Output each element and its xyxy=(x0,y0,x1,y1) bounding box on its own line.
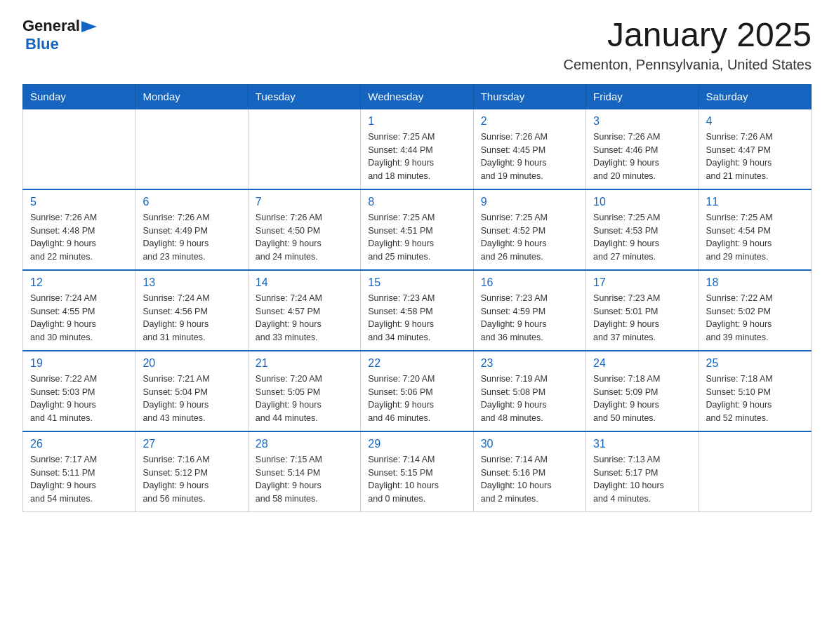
day-info: Sunrise: 7:18 AM Sunset: 5:09 PM Dayligh… xyxy=(593,373,691,425)
logo: General Blue xyxy=(22,17,97,53)
calendar-cell: 9Sunrise: 7:25 AM Sunset: 4:52 PM Daylig… xyxy=(473,189,585,270)
calendar-header-sunday: Sunday xyxy=(23,84,135,109)
day-number: 18 xyxy=(706,276,804,289)
calendar-header-monday: Monday xyxy=(135,84,248,109)
calendar-cell: 29Sunrise: 7:14 AM Sunset: 5:15 PM Dayli… xyxy=(361,431,473,512)
calendar-cell: 14Sunrise: 7:24 AM Sunset: 4:57 PM Dayli… xyxy=(248,270,360,351)
day-info: Sunrise: 7:26 AM Sunset: 4:47 PM Dayligh… xyxy=(706,130,804,183)
week-row-5: 26Sunrise: 7:17 AM Sunset: 5:11 PM Dayli… xyxy=(23,431,812,512)
week-row-3: 12Sunrise: 7:24 AM Sunset: 4:55 PM Dayli… xyxy=(23,270,812,351)
day-number: 4 xyxy=(706,115,804,128)
calendar-cell: 2Sunrise: 7:26 AM Sunset: 4:45 PM Daylig… xyxy=(473,109,585,189)
calendar-cell: 13Sunrise: 7:24 AM Sunset: 4:56 PM Dayli… xyxy=(135,270,248,351)
day-number: 17 xyxy=(593,276,691,289)
calendar-cell: 5Sunrise: 7:26 AM Sunset: 4:48 PM Daylig… xyxy=(23,189,135,270)
day-info: Sunrise: 7:25 AM Sunset: 4:53 PM Dayligh… xyxy=(593,211,691,264)
week-row-2: 5Sunrise: 7:26 AM Sunset: 4:48 PM Daylig… xyxy=(23,189,812,270)
day-info: Sunrise: 7:25 AM Sunset: 4:54 PM Dayligh… xyxy=(706,211,804,264)
page-header: General Blue January 2025 Cementon, Penn… xyxy=(22,17,812,73)
day-info: Sunrise: 7:26 AM Sunset: 4:46 PM Dayligh… xyxy=(593,130,691,183)
calendar-cell: 21Sunrise: 7:20 AM Sunset: 5:05 PM Dayli… xyxy=(248,351,360,431)
day-info: Sunrise: 7:26 AM Sunset: 4:49 PM Dayligh… xyxy=(143,211,240,264)
day-info: Sunrise: 7:17 AM Sunset: 5:11 PM Dayligh… xyxy=(30,453,128,506)
calendar-header-wednesday: Wednesday xyxy=(361,84,473,109)
day-number: 26 xyxy=(30,438,128,450)
calendar-header-tuesday: Tuesday xyxy=(248,84,360,109)
calendar-cell: 20Sunrise: 7:21 AM Sunset: 5:04 PM Dayli… xyxy=(135,351,248,431)
day-info: Sunrise: 7:18 AM Sunset: 5:10 PM Dayligh… xyxy=(706,373,804,425)
day-number: 25 xyxy=(706,357,804,370)
day-number: 11 xyxy=(706,196,804,208)
day-number: 2 xyxy=(481,115,578,128)
day-number: 27 xyxy=(143,438,240,450)
calendar-header-friday: Friday xyxy=(586,84,699,109)
day-number: 29 xyxy=(368,438,465,450)
day-number: 16 xyxy=(481,276,578,289)
day-number: 1 xyxy=(368,115,465,128)
calendar-header-thursday: Thursday xyxy=(473,84,585,109)
day-number: 15 xyxy=(368,276,465,289)
day-info: Sunrise: 7:24 AM Sunset: 4:56 PM Dayligh… xyxy=(143,292,240,344)
day-number: 7 xyxy=(256,196,353,208)
calendar-header-row: SundayMondayTuesdayWednesdayThursdayFrid… xyxy=(23,84,812,109)
calendar-cell: 15Sunrise: 7:23 AM Sunset: 4:58 PM Dayli… xyxy=(361,270,473,351)
calendar-cell: 23Sunrise: 7:19 AM Sunset: 5:08 PM Dayli… xyxy=(473,351,585,431)
calendar-cell: 8Sunrise: 7:25 AM Sunset: 4:51 PM Daylig… xyxy=(361,189,473,270)
day-info: Sunrise: 7:23 AM Sunset: 4:59 PM Dayligh… xyxy=(481,292,578,344)
calendar-cell: 4Sunrise: 7:26 AM Sunset: 4:47 PM Daylig… xyxy=(699,109,811,189)
calendar-cell: 26Sunrise: 7:17 AM Sunset: 5:11 PM Dayli… xyxy=(23,431,135,512)
day-info: Sunrise: 7:22 AM Sunset: 5:02 PM Dayligh… xyxy=(706,292,804,344)
day-info: Sunrise: 7:16 AM Sunset: 5:12 PM Dayligh… xyxy=(143,453,240,506)
svg-marker-0 xyxy=(81,21,97,32)
day-info: Sunrise: 7:26 AM Sunset: 4:48 PM Dayligh… xyxy=(30,211,128,264)
day-number: 5 xyxy=(30,196,128,208)
day-number: 19 xyxy=(30,357,128,370)
calendar-cell xyxy=(135,109,248,189)
day-info: Sunrise: 7:14 AM Sunset: 5:16 PM Dayligh… xyxy=(481,453,578,506)
logo-general-text: General xyxy=(22,17,80,35)
day-number: 22 xyxy=(368,357,465,370)
day-number: 3 xyxy=(593,115,691,128)
day-number: 14 xyxy=(256,276,353,289)
day-info: Sunrise: 7:25 AM Sunset: 4:51 PM Dayligh… xyxy=(368,211,465,264)
calendar-cell: 16Sunrise: 7:23 AM Sunset: 4:59 PM Dayli… xyxy=(473,270,585,351)
day-info: Sunrise: 7:14 AM Sunset: 5:15 PM Dayligh… xyxy=(368,453,465,506)
day-info: Sunrise: 7:25 AM Sunset: 4:44 PM Dayligh… xyxy=(368,130,465,183)
day-info: Sunrise: 7:19 AM Sunset: 5:08 PM Dayligh… xyxy=(481,373,578,425)
calendar-cell: 30Sunrise: 7:14 AM Sunset: 5:16 PM Dayli… xyxy=(473,431,585,512)
day-info: Sunrise: 7:20 AM Sunset: 5:06 PM Dayligh… xyxy=(368,373,465,425)
day-number: 28 xyxy=(256,438,353,450)
logo-flag-icon xyxy=(81,21,97,35)
day-number: 21 xyxy=(256,357,353,370)
day-info: Sunrise: 7:15 AM Sunset: 5:14 PM Dayligh… xyxy=(256,453,353,506)
calendar-cell xyxy=(248,109,360,189)
day-number: 9 xyxy=(481,196,578,208)
calendar-cell xyxy=(23,109,135,189)
day-info: Sunrise: 7:21 AM Sunset: 5:04 PM Dayligh… xyxy=(143,373,240,425)
day-number: 13 xyxy=(143,276,240,289)
calendar-cell: 12Sunrise: 7:24 AM Sunset: 4:55 PM Dayli… xyxy=(23,270,135,351)
day-info: Sunrise: 7:20 AM Sunset: 5:05 PM Dayligh… xyxy=(256,373,353,425)
location-title: Cementon, Pennsylvania, United States xyxy=(563,57,812,73)
calendar-cell: 6Sunrise: 7:26 AM Sunset: 4:49 PM Daylig… xyxy=(135,189,248,270)
calendar-cell: 19Sunrise: 7:22 AM Sunset: 5:03 PM Dayli… xyxy=(23,351,135,431)
day-number: 8 xyxy=(368,196,465,208)
day-number: 23 xyxy=(481,357,578,370)
day-info: Sunrise: 7:26 AM Sunset: 4:45 PM Dayligh… xyxy=(481,130,578,183)
calendar-cell: 3Sunrise: 7:26 AM Sunset: 4:46 PM Daylig… xyxy=(586,109,699,189)
day-info: Sunrise: 7:24 AM Sunset: 4:57 PM Dayligh… xyxy=(256,292,353,344)
day-number: 24 xyxy=(593,357,691,370)
calendar-cell: 25Sunrise: 7:18 AM Sunset: 5:10 PM Dayli… xyxy=(699,351,811,431)
day-info: Sunrise: 7:23 AM Sunset: 4:58 PM Dayligh… xyxy=(368,292,465,344)
day-info: Sunrise: 7:22 AM Sunset: 5:03 PM Dayligh… xyxy=(30,373,128,425)
calendar-cell: 17Sunrise: 7:23 AM Sunset: 5:01 PM Dayli… xyxy=(586,270,699,351)
day-number: 30 xyxy=(481,438,578,450)
day-number: 10 xyxy=(593,196,691,208)
week-row-4: 19Sunrise: 7:22 AM Sunset: 5:03 PM Dayli… xyxy=(23,351,812,431)
calendar-cell: 7Sunrise: 7:26 AM Sunset: 4:50 PM Daylig… xyxy=(248,189,360,270)
day-number: 31 xyxy=(593,438,691,450)
calendar-cell: 24Sunrise: 7:18 AM Sunset: 5:09 PM Dayli… xyxy=(586,351,699,431)
day-info: Sunrise: 7:13 AM Sunset: 5:17 PM Dayligh… xyxy=(593,453,691,506)
day-number: 12 xyxy=(30,276,128,289)
day-number: 6 xyxy=(143,196,240,208)
